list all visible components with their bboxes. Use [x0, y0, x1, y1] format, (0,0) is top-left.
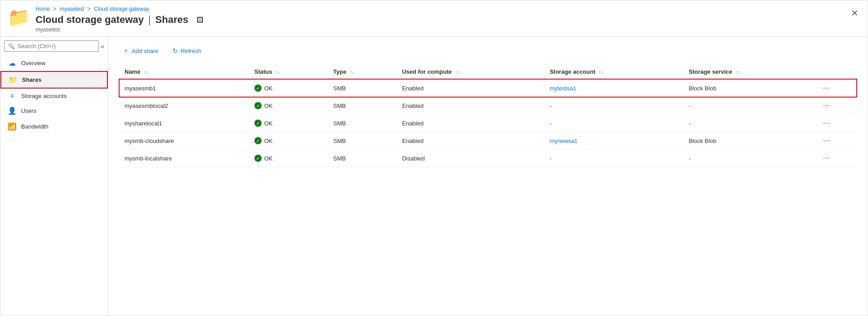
storage-account-link[interactable]: mytestsa1: [550, 85, 576, 92]
sidebar-label-overview: Overview: [21, 60, 45, 67]
sidebar-label-users: Users: [21, 107, 36, 114]
page-subtitle-tab: Shares: [156, 14, 188, 26]
table-header-row: Name ↑↓ Status ↑↓ Type ↑↓: [119, 65, 857, 79]
status-text: OK: [264, 138, 273, 144]
col-header-storage-service[interactable]: Storage service ↑↓: [683, 65, 818, 79]
table-row[interactable]: myasesmb1✓OKSMBEnabledmytestsa1Block Blo…: [119, 79, 857, 97]
cell-type: SMB: [328, 132, 396, 150]
col-header-type[interactable]: Type ↑↓: [328, 65, 396, 79]
add-share-button[interactable]: ＋ Add share: [119, 44, 162, 58]
cell-storage-account: -: [544, 115, 684, 132]
resource-subtitle: myasetest: [36, 27, 849, 33]
cell-type: SMB: [328, 79, 396, 97]
shares-table-element: Name ↑↓ Status ↑↓ Type ↑↓: [119, 65, 857, 167]
sort-name-icon[interactable]: ↑↓: [144, 70, 148, 75]
main-content: ＋ Add share ↻ Refresh Name ↑↓: [108, 37, 868, 316]
sort-type-icon[interactable]: ↑↓: [350, 70, 354, 75]
cell-status: ✓OK: [249, 79, 328, 97]
cell-type: SMB: [328, 150, 396, 167]
check-icon: ✓: [254, 120, 262, 127]
cell-name: mysharelocal1: [119, 115, 249, 132]
storage-icon: ≡: [8, 92, 17, 99]
sidebar-item-shares[interactable]: 📁 Shares: [0, 71, 108, 89]
search-row: 🔍 «: [4, 40, 104, 52]
status-text: OK: [264, 85, 273, 92]
table-row[interactable]: mysharelocal1✓OKSMBEnabled--···: [119, 115, 857, 132]
status-text: OK: [264, 155, 273, 162]
cell-more-actions[interactable]: ···: [818, 115, 857, 132]
cell-status: ✓OK: [249, 97, 328, 115]
refresh-label: Refresh: [181, 48, 201, 54]
more-actions-button[interactable]: ···: [823, 84, 830, 92]
add-icon: ＋: [123, 47, 129, 55]
sidebar-item-overview[interactable]: ☁ Overview: [0, 55, 108, 71]
shares-table: Name ↑↓ Status ↑↓ Type ↑↓: [119, 65, 857, 167]
body: 🔍 « ☁ Overview 📁 Shares ≡ Storage accoun…: [0, 37, 868, 316]
more-actions-button[interactable]: ···: [823, 154, 830, 162]
cloud-icon: ☁: [8, 59, 17, 67]
col-header-actions: [818, 65, 857, 79]
search-wrap: 🔍: [4, 40, 99, 52]
cell-storage-service: -: [683, 97, 818, 115]
cell-storage-service: Block Blob: [683, 132, 818, 150]
cell-name: myasesmb1: [119, 79, 249, 97]
table-row[interactable]: mysmb-cloudshare✓OKSMBEnabledmynewsa1Blo…: [119, 132, 857, 150]
breadcrumb-resource[interactable]: myasetest: [60, 6, 85, 12]
cell-type: SMB: [328, 97, 396, 115]
check-icon: ✓: [254, 137, 262, 144]
sort-service-icon[interactable]: ↑↓: [736, 70, 740, 75]
sort-compute-icon[interactable]: ↑↓: [455, 70, 460, 75]
col-header-name[interactable]: Name ↑↓: [119, 65, 249, 79]
sidebar-item-storage-accounts[interactable]: ≡ Storage accounts: [0, 89, 108, 103]
close-button[interactable]: ✕: [849, 6, 860, 20]
cell-status: ✓OK: [249, 132, 328, 150]
header: 📁 Home > myasetest > Cloud storage gatew…: [0, 0, 868, 37]
sidebar-item-users[interactable]: 👤 Users: [0, 103, 108, 119]
col-header-storage-account[interactable]: Storage account ↑↓: [544, 65, 684, 79]
cell-storage-account[interactable]: mynewsa1: [544, 132, 684, 150]
resource-icon: 📁: [8, 7, 30, 28]
collapse-button[interactable]: «: [101, 43, 104, 50]
cell-more-actions[interactable]: ···: [818, 97, 857, 115]
col-header-used-for-compute[interactable]: Used for compute ↑↓: [396, 65, 544, 79]
cell-storage-account: -: [544, 97, 684, 115]
sort-storage-icon[interactable]: ↑↓: [599, 70, 603, 75]
sort-status-icon[interactable]: ↑↓: [276, 70, 280, 75]
cell-more-actions[interactable]: ···: [818, 79, 857, 97]
breadcrumb-page[interactable]: Cloud storage gateway: [94, 6, 149, 12]
refresh-icon: ↻: [173, 47, 178, 54]
toolbar: ＋ Add share ↻ Refresh: [119, 44, 857, 58]
cell-more-actions[interactable]: ···: [818, 132, 857, 150]
folder-icon: 📁: [9, 76, 18, 84]
cell-storage-service: -: [683, 150, 818, 167]
cell-used-for-compute: Enabled: [396, 79, 544, 97]
check-icon: ✓: [254, 102, 262, 109]
print-icon[interactable]: ⊡: [196, 15, 203, 25]
user-icon: 👤: [8, 107, 17, 115]
search-input[interactable]: [18, 43, 95, 49]
cell-used-for-compute: Enabled: [396, 97, 544, 115]
breadcrumb-sep2: >: [88, 6, 91, 12]
sidebar-label-shares: Shares: [22, 76, 41, 83]
cell-status: ✓OK: [249, 150, 328, 167]
table-row[interactable]: mysmb-localshare✓OKSMBDisabled--···: [119, 150, 857, 167]
refresh-button[interactable]: ↻ Refresh: [169, 45, 205, 57]
more-actions-button[interactable]: ···: [823, 119, 830, 127]
more-actions-button[interactable]: ···: [823, 137, 830, 144]
header-content: Home > myasetest > Cloud storage gateway…: [36, 6, 849, 33]
cell-more-actions[interactable]: ···: [818, 150, 857, 167]
breadcrumb-home[interactable]: Home: [36, 6, 50, 12]
more-actions-button[interactable]: ···: [823, 102, 830, 109]
cell-storage-account[interactable]: mytestsa1: [544, 79, 684, 97]
cell-used-for-compute: Enabled: [396, 132, 544, 150]
add-share-label: Add share: [132, 48, 158, 54]
col-header-status[interactable]: Status ↑↓: [249, 65, 328, 79]
page-title: Cloud storage gateway | Shares ⊡: [36, 14, 849, 26]
table-row[interactable]: myasesmblocal2✓OKSMBEnabled--···: [119, 97, 857, 115]
storage-account-link[interactable]: mynewsa1: [550, 138, 578, 144]
search-icon: 🔍: [8, 43, 15, 49]
sidebar-item-bandwidth[interactable]: 📶 Bandwidth: [0, 119, 108, 134]
cell-storage-account: -: [544, 150, 684, 167]
cell-name: myasesmblocal2: [119, 97, 249, 115]
sidebar-label-bandwidth: Bandwidth: [21, 123, 49, 130]
